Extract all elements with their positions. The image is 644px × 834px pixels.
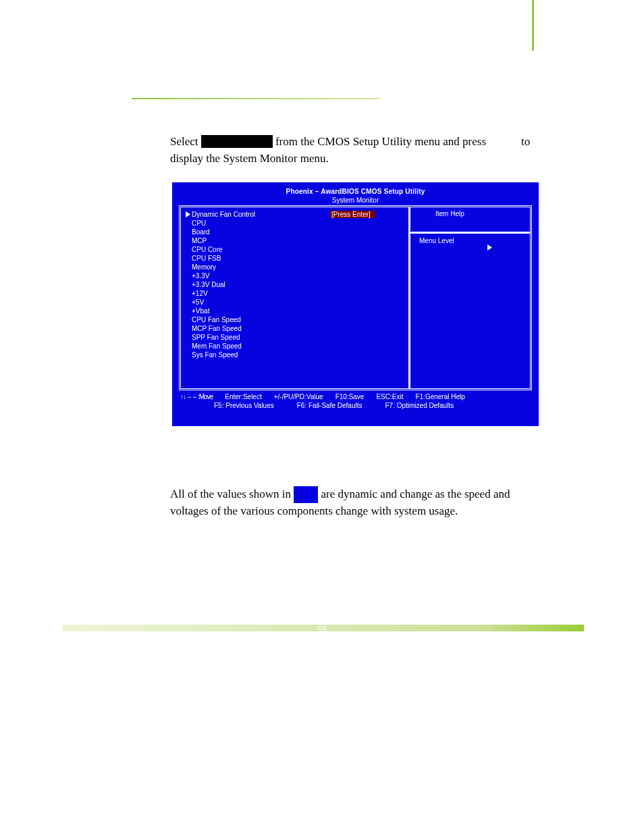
bios-row: MCP45ºC/ 113ºF — [183, 236, 406, 245]
intro-key: Enter — [489, 135, 518, 148]
bios-item-value: 3.00V — [330, 307, 348, 315]
bios-item-label: Sys Fan Speed — [192, 351, 330, 359]
bios-item-value: 3/16V — [330, 281, 348, 288]
bios-footer-item: +/-/PU/PD:Value — [273, 392, 326, 401]
bios-item-value: 1.19V — [330, 255, 348, 262]
bios-row: CPU47ºC/ 117ºF — [183, 219, 406, 228]
bios-row: MCP Fan Speed4891 RPM — [183, 324, 406, 333]
submenu-arrow-icon — [186, 211, 192, 217]
intro-p1: Select — [170, 135, 201, 148]
menu-level-arrow-icon — [487, 244, 492, 252]
bios-row: +5V4.99V — [183, 298, 406, 307]
bios-hsplit — [410, 231, 530, 234]
note-paragraph: All of the values shown in Blue are dyna… — [170, 486, 538, 519]
bios-item-label: +12V — [192, 290, 330, 297]
bios-item-label: CPU Core — [192, 246, 330, 253]
bios-footer-item: ↑↓→←:Move — [179, 392, 215, 401]
bios-row: +3.3V3.16V — [183, 271, 406, 280]
heading-rule — [132, 98, 380, 99]
bios-footer-item: F10:Save — [334, 392, 367, 401]
bios-item-value: 0 RPM — [330, 351, 351, 359]
svg-marker-0 — [186, 211, 190, 217]
intro-p2: from the CMOS Setup Utility menu and pre… — [273, 135, 489, 148]
bios-item-help-header: Item Help — [414, 210, 526, 217]
bios-item-label: Board — [192, 228, 330, 236]
bios-item-label: Dynamic Fan Control — [192, 211, 330, 218]
item-help-title: Item Help — [414, 210, 526, 217]
bios-footer-item: F1:General Help — [414, 392, 467, 401]
bios-footer-row: F5: Previous ValuesF6: Fail-Safe Default… — [179, 401, 532, 410]
bios-item-value: 4891 RPM — [330, 325, 362, 332]
bios-vsplit — [408, 207, 411, 388]
bios-footer-item: F7: Optimized Defaults — [383, 401, 456, 410]
manual-page: System Monitor Menu Select System Monito… — [0, 0, 644, 834]
section-heading: System Monitor Menu — [132, 73, 284, 92]
bios-item-value: 45ºC/ 113ºF — [330, 237, 367, 244]
bios-subtitle: System Monitor — [172, 195, 539, 204]
bios-item-value: [Press Enter] — [330, 211, 375, 218]
bios-footer: ↑↓→←:MoveEnter:Select+/-/PU/PD:ValueF10:… — [179, 392, 532, 419]
figure-caption: Figure 14. System Monitor Menu — [170, 439, 538, 448]
bios-left-pane: Dynamic Fan Control[Press Enter]CPU47ºC/… — [183, 210, 406, 359]
bios-footer-item: Enter:Select — [223, 392, 264, 401]
bios-row: +12V11.92V — [183, 289, 406, 298]
bios-footer-row: ↑↓→←:MoveEnter:Select+/-/PU/PD:ValueF10:… — [179, 392, 532, 401]
bios-item-value: 1.28V — [330, 246, 348, 253]
note-bluebox: Blue — [294, 486, 318, 503]
bios-row: +3.3V Dual3/16V — [183, 280, 406, 289]
bios-row: Mem Fan Speed0 RPM — [183, 342, 406, 350]
intro-menuitem: System Monitor — [201, 135, 273, 148]
bios-row: CPU Fan Speed4272 RPM — [183, 315, 406, 324]
bios-item-label: MCP Fan Speed — [192, 325, 330, 332]
bios-item-value: 4406 RPM — [330, 334, 362, 341]
bios-row: Board51ºC/ 124ºF — [183, 228, 406, 236]
bios-item-value: 4272 RPM — [330, 316, 362, 323]
bios-row: Memory1.81V — [183, 263, 406, 271]
help-menu-level: Menu Level — [414, 237, 526, 244]
bios-item-label: CPU — [192, 219, 330, 227]
bios-row: Sys Fan Speed0 RPM — [183, 350, 406, 359]
bios-item-value: 11.92V — [330, 290, 352, 297]
bios-item-label: CPU FSB — [192, 255, 330, 262]
bios-item-label: +3.3V — [192, 272, 330, 280]
bios-item-label: +5V — [192, 298, 330, 306]
bios-item-value: 4.99V — [330, 298, 348, 306]
bios-item-label: Memory — [192, 263, 330, 271]
note-p1: All of the values shown in — [170, 488, 294, 500]
page-number: 55 — [0, 625, 644, 635]
intro-paragraph: Select System Monitor from the CMOS Setu… — [170, 134, 538, 167]
bios-footer-item: F5: Previous Values — [213, 401, 277, 410]
bios-row: CPU Core1.28V — [183, 245, 406, 254]
bios-item-value: 1.81V — [330, 263, 348, 271]
bios-item-label: CPU Fan Speed — [192, 316, 330, 323]
bios-item-value: 3.16V — [330, 272, 348, 280]
bios-item-label: +Vbat — [192, 307, 330, 315]
bios-item-value: 0 RPM — [330, 342, 351, 350]
bios-row: CPU FSB1.19V — [183, 254, 406, 263]
bios-frame: Dynamic Fan Control[Press Enter]CPU47ºC/… — [179, 205, 532, 390]
bios-footer-item: ESC:Exit — [375, 392, 406, 401]
bios-item-value: 47ºC/ 117ºF — [330, 219, 367, 227]
bios-row: SPP Fan Speed4406 RPM — [183, 333, 406, 342]
bios-item-label: MCP — [192, 237, 330, 244]
bios-row: +Vbat3.00V — [183, 307, 406, 315]
bios-row: Dynamic Fan Control[Press Enter] — [183, 210, 406, 219]
bios-help-pane: Menu Level — [414, 237, 526, 244]
bios-screenshot: Phoenix – AwardBIOS CMOS Setup Utility S… — [172, 182, 539, 426]
bios-item-label: SPP Fan Speed — [192, 334, 330, 341]
bios-title: Phoenix – AwardBIOS CMOS Setup Utility — [172, 182, 539, 195]
bios-footer-item: F6: Fail-Safe Defaults — [296, 401, 365, 410]
svg-marker-1 — [487, 244, 492, 251]
bios-item-label: Mem Fan Speed — [192, 342, 330, 350]
bios-item-value: 51ºC/ 124ºF — [330, 228, 367, 236]
side-rule — [532, 0, 534, 51]
bios-item-label: +3.3V Dual — [192, 281, 330, 288]
